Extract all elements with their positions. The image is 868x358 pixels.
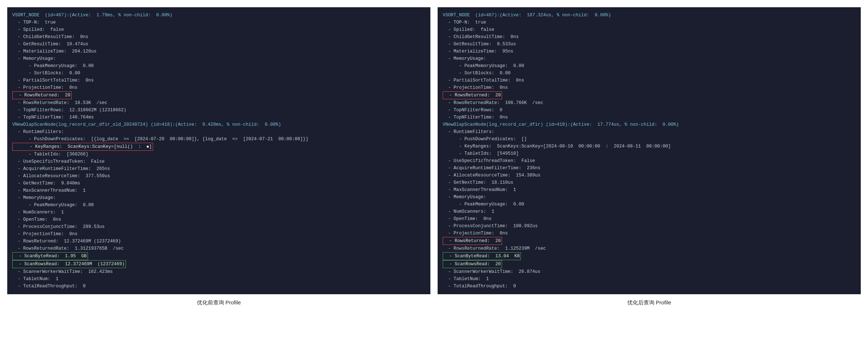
code-line: - ProjectionTime: 0ns: [443, 230, 856, 237]
code-line: - MemoryUsage:: [12, 194, 425, 201]
code-line: - ScannerWorkerWaitTime: 26.874us: [443, 268, 856, 275]
code-line: - ProjectionTime: 0ns: [443, 84, 856, 91]
code-line: - ScanRowsRead: 12.372469M (12372469): [12, 260, 425, 268]
code-line: - ChildGetResultTime: 0ns: [12, 33, 425, 41]
code-line: - OpenTime: 0ns: [12, 216, 425, 223]
code-line: - KeyRanges: ScanKeys:ScanKey=[2024-08-1…: [443, 143, 856, 150]
code-line: - RowsReturned: 12.372469M (12372469): [12, 238, 425, 245]
code-line: - NumScanners: 1: [12, 209, 425, 216]
code-line: - ScanByteRead: 1.95 GB: [12, 252, 425, 260]
code-line: - UseSpecificThreadToken: False: [12, 158, 425, 165]
code-line: - TopNFilterTime: 140.764ms: [12, 114, 425, 121]
code-line: - RowsReturned: 20: [443, 91, 856, 99]
code-line: - ProcessConjunctTime: 289.53us: [12, 223, 425, 230]
code-line: - AcquireRuntimeFilterTime: 265ns: [12, 165, 425, 172]
code-line: - AllocateResourceTime: 154.389us: [443, 172, 856, 179]
code-line: - AllocateResourceTime: 377.550us: [12, 172, 425, 180]
panels-container: VSORT_NODE (id=467):(Active: 1.79ms, % n…: [7, 7, 861, 306]
code-line: - TotalReadThroughput: 0: [443, 283, 856, 290]
code-line: - PushDownPredicates: [{log_date >= [202…: [12, 136, 425, 143]
code-line: - RuntimeFilters:: [12, 128, 425, 136]
code-line: - NumScanners: 1: [443, 208, 856, 215]
left-code-block: VSORT_NODE (id=467):(Active: 1.79ms, % n…: [7, 7, 430, 294]
code-line: - MaxScannerThreadNum: 1: [443, 186, 856, 193]
green-highlight: - ScanByteRead: 13.04 KB: [443, 252, 521, 260]
code-line: - RowsReturnedRate: 1.125239M /sec: [443, 245, 856, 252]
code-line: - PeakMemoryUsage: 0.00: [443, 201, 856, 208]
left-panel-label: 优化前查询 Profile: [197, 299, 241, 306]
code-line: - TOP-N: true: [443, 19, 856, 26]
code-line: - TotalReadThroughput: 0: [12, 283, 425, 290]
code-line: - MemoryUsage:: [443, 55, 856, 62]
code-line: - PushDownPredicates: []: [443, 136, 856, 143]
code-line: - RowsReturnedRate: 106.766K /sec: [443, 99, 856, 107]
right-code-block: VSORT_NODE (id=467):(Active: 187.324us, …: [438, 7, 861, 294]
code-line: - Spilled: false: [12, 26, 425, 33]
code-line: - MaxScannerThreadNum: 1: [12, 187, 425, 194]
red-highlight: - KeyRanges: ScanKeys:ScanKey=[null() : …: [12, 143, 153, 151]
code-line: - MaterializeTime: 95ns: [443, 48, 856, 55]
code-line: - OpenTime: 0ns: [443, 215, 856, 222]
code-line: - AcquireRuntimeFilterTime: 236ns: [443, 165, 856, 172]
code-line: - RuntimeFilters:: [443, 128, 856, 136]
code-line: - ProjectionTime: 0ns: [12, 84, 425, 91]
code-line: - GetNextTime: 9.840ms: [12, 180, 425, 187]
code-line: - RowsReturnedRate: 18.53K /sec: [12, 99, 425, 107]
code-line: - TabletIds: [360266]: [12, 151, 425, 158]
code-line: - TOP-N: true: [12, 19, 425, 26]
code-line: - MaterializeTime: 204.120us: [12, 48, 425, 55]
code-line: - SortBlocks: 0.00: [443, 70, 856, 77]
code-line: - RowsReturnedRate: 1.312193765B /sec: [12, 245, 425, 252]
code-line: - SortBlocks: 0.00: [12, 70, 425, 77]
code-line: - GetResultTime: 8.533us: [443, 41, 856, 48]
code-line: - TabletNum: 1: [443, 275, 856, 283]
code-line: - ChildGetResultTime: 0ns: [443, 33, 856, 41]
code-line: - TopNFilterRows: 0: [443, 107, 856, 114]
code-line: - PartialSortTotalTime: 0ns: [12, 77, 425, 84]
right-panel: VSORT_NODE (id=467):(Active: 187.324us, …: [438, 7, 861, 306]
code-line: VNewOlapScanNode(log_record_car_dfir) (i…: [443, 121, 856, 128]
code-line: - ScanByteRead: 13.04 KB: [443, 252, 856, 260]
code-line: - PeakMemoryUsage: 0.00: [443, 62, 856, 70]
code-line: - TopNFilterRows: 12.318662M (12318662): [12, 107, 425, 114]
code-line: VNewOlapScanNode(log_record_car_dfir_old…: [12, 121, 425, 128]
right-panel-label: 优化后查询 Profile: [627, 299, 671, 306]
green-highlight: - ScanByteRead: 1.95 GB: [12, 252, 88, 260]
code-line: - PeakMemoryUsage: 0.00: [12, 62, 425, 70]
code-line: - TopNFilterTime: 0ns: [443, 114, 856, 121]
code-line: - MemoryUsage:: [12, 55, 425, 62]
red-highlight: - RowsReturned: 20: [443, 237, 502, 245]
green-highlight: - ScanRowsRead: 12.372469M (12372469): [12, 260, 126, 268]
red-highlight: - RowsReturned: 20: [443, 91, 502, 99]
red-highlight: - RowsReturned: 20: [12, 91, 72, 99]
code-line: - KeyRanges: ScanKeys:ScanKey=[null() : …: [12, 143, 425, 151]
code-line: - ProcessConjunctTime: 100.992us: [443, 222, 856, 230]
code-line: - PartialSortTotalTime: 0ns: [443, 77, 856, 84]
code-line: - TabletIds: [549510]: [443, 150, 856, 157]
code-line: - PeakMemoryUsage: 0.00: [12, 201, 425, 209]
code-line: - ScannerWorkerWaitTime: 162.423ms: [12, 268, 425, 275]
code-line: - TabletNum: 1: [12, 275, 425, 283]
code-line: - ProjectionTime: 0ns: [12, 230, 425, 238]
left-panel: VSORT_NODE (id=467):(Active: 1.79ms, % n…: [7, 7, 430, 306]
code-line: VSORT_NODE (id=467):(Active: 1.79ms, % n…: [12, 12, 425, 19]
code-line: VSORT_NODE (id=467):(Active: 187.324us, …: [443, 12, 856, 19]
code-line: - UseSpecificThreadToken: False: [443, 157, 856, 165]
code-line: - Spilled: false: [443, 26, 856, 33]
code-line: - GetNextTime: 18.110us: [443, 179, 856, 186]
code-line: - GetResultTime: 10.474us: [12, 41, 425, 48]
code-line: - RowsReturned: 20: [12, 91, 425, 99]
code-line: - MemoryUsage:: [443, 193, 856, 201]
code-line: - ScanRowsRead: 20: [443, 260, 856, 268]
code-line: - RowsReturned: 20: [443, 237, 856, 245]
green-highlight: - ScanRowsRead: 20: [443, 260, 502, 268]
